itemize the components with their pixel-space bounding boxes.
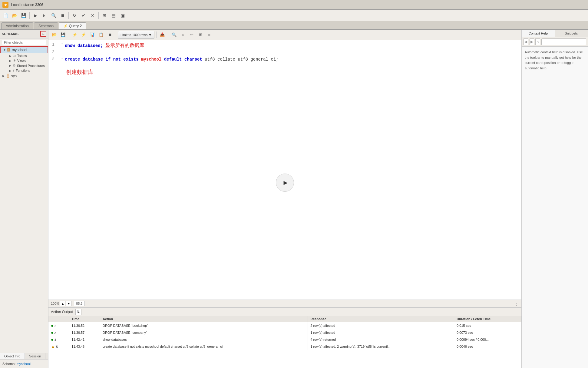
title-bar: ⊕ Local instance 3306: [0, 0, 588, 10]
zoom-down-btn[interactable]: ▼: [66, 301, 71, 306]
fn-expand-icon: ▶: [9, 69, 13, 72]
tree-item-sys[interactable]: ▶ 🗄 sys: [0, 73, 48, 79]
find-replace-btn[interactable]: ⌕: [179, 31, 187, 39]
tab-query2[interactable]: ⚡ Query 2: [59, 22, 86, 29]
q-sep3: [156, 31, 157, 38]
tree-item-views[interactable]: ▶ 👁 Views: [7, 58, 48, 63]
tabs-bar: Administration Schemas ⚡ Query 2: [0, 21, 588, 30]
limit-dropdown-icon: ▼: [148, 33, 152, 37]
code-editor[interactable]: 1 • show databases; 显示所有的数据库 2 3 • creat…: [48, 40, 521, 300]
explain-btn[interactable]: 🔍: [49, 11, 58, 20]
row-duration: 0.015 sec: [454, 322, 521, 329]
sep3: [98, 12, 99, 19]
db-name: myschool: [141, 57, 161, 62]
tree-item-tables[interactable]: ▶ 🗂 Tables: [7, 53, 48, 58]
commit-btn[interactable]: ✔: [79, 11, 88, 20]
schema-tree: ▼ 🗄 myschool ▶ 🗂 Tables ▶ 👁 Views ▶: [0, 46, 48, 353]
kw-create: create database if not exists: [65, 57, 141, 62]
row-action: show databases: [100, 336, 308, 343]
tree-item-myschool[interactable]: ▼ 🗄 myschool: [0, 46, 48, 53]
sp-label: Stored Procedures: [17, 64, 45, 68]
open-script-btn[interactable]: 📂: [50, 31, 58, 39]
play-overlay-btn[interactable]: ▶: [276, 174, 294, 192]
code-line-1: 1 • show databases; 显示所有的数据库: [52, 42, 518, 49]
line-3-code: create database if not exists myschool d…: [65, 57, 518, 62]
limit-dropdown[interactable]: Limit to 1000 rows ▼: [118, 31, 154, 39]
stop-exec-btn[interactable]: ⏹: [106, 31, 114, 39]
right-content: Automatic context help is disabled. Use …: [522, 47, 588, 368]
sys-label: sys: [11, 74, 17, 78]
tab-context-help[interactable]: Context Help: [522, 30, 555, 37]
myschool-expand-icon: ▼: [3, 48, 7, 51]
new-file-btn[interactable]: 📄: [1, 11, 10, 20]
open-btn[interactable]: 📂: [10, 11, 19, 20]
tab-session[interactable]: Session: [25, 353, 45, 359]
bottom-left-panel: Object Info Session Schema: myschool: [0, 353, 48, 368]
tables-icon: 🗂: [13, 54, 16, 58]
sys-expand-icon: ▶: [2, 74, 6, 78]
right-search-input[interactable]: [541, 38, 586, 45]
row-status: ● 3: [48, 329, 69, 336]
play-icon: ▶: [283, 179, 287, 187]
save-script-btn[interactable]: 💾: [59, 31, 67, 39]
zoom-controls: 100% ▲ ▼: [51, 301, 71, 306]
execute-btn[interactable]: ⚡: [71, 31, 79, 39]
output-panel: Action Output ⇅ Time Action Response Dur…: [48, 307, 521, 368]
line-1-code: show databases; 显示所有的数据库: [65, 42, 518, 49]
format-btn[interactable]: ⊞: [197, 31, 204, 39]
line-dot-1: •: [61, 42, 63, 46]
tree-item-functions[interactable]: ▶ ƒ Functions: [7, 68, 48, 73]
search-btn[interactable]: 🔍: [170, 31, 178, 39]
comment-1: 显示所有的数据库: [105, 43, 144, 48]
zoom-up-btn[interactable]: ▲: [60, 301, 65, 306]
tab-object-info[interactable]: Object Info: [0, 353, 25, 359]
tab-schemas[interactable]: Schemas: [34, 22, 58, 29]
row-duration: 0.0046 sec: [454, 343, 521, 350]
schema-value-text: myschool: [16, 362, 30, 366]
import-btn[interactable]: 📥: [158, 31, 166, 39]
explain-current-btn[interactable]: 📊: [88, 31, 96, 39]
sidebar-refresh-btn[interactable]: ↻: [40, 31, 46, 37]
sp-icon: ⚙: [13, 64, 16, 68]
sp-expand-icon: ▶: [9, 64, 13, 67]
row-time: 11:36:57: [69, 329, 100, 336]
output-sort-btn[interactable]: ⇅: [75, 309, 81, 315]
drag-handle[interactable]: ⋮: [514, 301, 519, 307]
run-btn[interactable]: ▶: [31, 11, 40, 20]
output-label: Action Output: [51, 310, 73, 314]
explain-full-btn[interactable]: 📋: [97, 31, 105, 39]
right-home-btn[interactable]: ⌂: [535, 38, 540, 45]
sep2: [68, 12, 69, 19]
right-next-btn[interactable]: ▶: [530, 38, 534, 45]
filter-input[interactable]: [2, 40, 46, 45]
row-response: 1 row(s) affected: [308, 329, 454, 336]
save-btn[interactable]: 💾: [19, 11, 28, 20]
row-time: 11:43:48: [69, 343, 100, 350]
annotation-block: 创建数据库: [52, 68, 518, 76]
toggle-btn[interactable]: ⊞: [100, 11, 109, 20]
execute-sel-btn[interactable]: ⏵: [40, 11, 49, 20]
tree-item-stored-procedures[interactable]: ▶ ⚙ Stored Procedures: [7, 63, 48, 68]
layout1-btn[interactable]: ▤: [109, 11, 118, 20]
stop-btn[interactable]: ⏹: [58, 11, 67, 20]
tables-expand-icon: ▶: [9, 54, 13, 58]
refresh-btn[interactable]: ↻: [70, 11, 79, 20]
schemas-label: SCHEMAS: [2, 32, 18, 36]
undo-btn[interactable]: ↩: [188, 31, 196, 39]
line-dot-3: •: [61, 57, 63, 60]
right-toolbar: ◀ ▶ ⌂: [522, 37, 588, 47]
myschool-label: myschool: [12, 48, 27, 52]
query-tab-icon: ⚡: [63, 24, 69, 28]
kw-default: default charset: [164, 57, 205, 62]
zoom-level: 100%: [51, 302, 59, 305]
tab-administration[interactable]: Administration: [1, 22, 33, 29]
layout2-btn[interactable]: ▣: [118, 11, 127, 20]
output-row: ● 4 11:42:41 show databases 4 row(s) ret…: [48, 336, 521, 343]
prettify-btn[interactable]: ≡: [205, 31, 213, 39]
rollback-btn[interactable]: ✕: [88, 11, 97, 20]
execute-sel-btn2[interactable]: ⚡: [80, 31, 88, 39]
fn-label: Functions: [16, 69, 30, 72]
right-prev-btn[interactable]: ◀: [524, 38, 528, 45]
main-toolbar: 📄 📂 💾 ▶ ⏵ 🔍 ⏹ ↻ ✔ ✕ ⊞ ▤ ▣: [0, 10, 588, 21]
tab-snippets[interactable]: Snippets: [555, 30, 588, 37]
